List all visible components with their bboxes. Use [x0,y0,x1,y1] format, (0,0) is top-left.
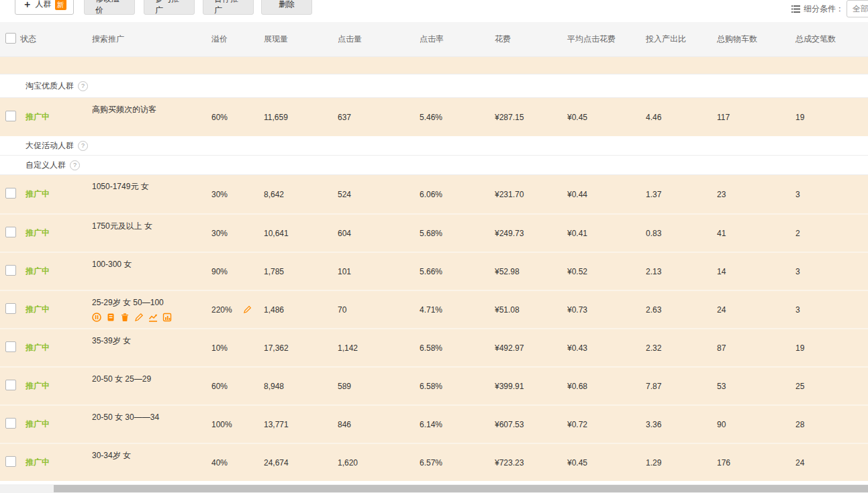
roi-value: 7.87 [646,382,717,391]
order-count-value: 3 [795,190,868,199]
log-icon[interactable] [106,313,115,322]
edit-premium-icon[interactable] [243,305,252,314]
line-chart-icon[interactable] [148,313,158,322]
help-icon[interactable]: ? [78,81,88,91]
cart-count-value: 87 [717,343,795,353]
cost-value: ¥287.15 [495,113,567,122]
row-checkbox[interactable] [5,227,16,237]
row-checkbox[interactable] [5,341,16,352]
order-count-value: 19 [795,343,868,353]
horizontal-scrollbar[interactable] [0,484,868,493]
cost-value: ¥363.10 [495,57,567,58]
table-row: 推广中60%11,6596375.46%¥287.15¥0.454.461171… [0,98,868,136]
status-badge: 推广中 [20,266,92,277]
column-header-1: 状态 [20,34,92,45]
cost-value: ¥52.98 [495,267,567,276]
order-count-value: 28 [795,420,868,429]
row-checkbox[interactable] [5,303,16,314]
impressions-value: 17,362 [264,343,338,353]
impressions-value: 11,312 [264,57,338,58]
impressions-value: 8,642 [264,190,338,199]
select-all-checkbox[interactable] [5,33,16,44]
help-icon[interactable]: ? [78,141,88,151]
help-icon[interactable]: ? [70,160,80,170]
roi-value: 2.63 [646,305,717,315]
ctr-value: 6.58% [420,382,495,391]
row-checkbox[interactable] [5,418,16,429]
roi-value: 1.37 [646,190,717,199]
ctr-value: 6.57% [420,458,495,468]
clicks-value: 538 [338,57,420,58]
pause-icon[interactable] [92,313,101,322]
row-action-icons [92,313,172,322]
add-audience-button[interactable]: ＋ 人群 新 [15,0,74,15]
avg-click-cost-value: ¥0.68 [567,382,646,391]
column-header-6: 点击率 [420,34,495,45]
section-label: 淘宝优质人群 [26,80,74,92]
order-count-value: 2 [795,229,868,238]
clicks-value: 846 [338,420,420,429]
roi-value: 114.36 [646,57,717,58]
scrollbar-thumb[interactable] [54,485,868,492]
premium-value: 200% [211,57,232,58]
premium-value: 60% [211,382,228,391]
section-label: 自定义人群 [26,160,66,171]
clicks-value: 101 [338,267,420,276]
premium-value: 30% [211,190,228,199]
audience-name: 30-34岁 女 [92,450,131,461]
status-badge: 推广中 [20,419,92,430]
cost-value: ¥249.73 [495,229,567,238]
clicks-value: 1,142 [338,343,420,353]
impressions-value: 1,486 [264,305,338,315]
audience-promotion-page: ＋ 人群 新 修改溢价参与推广暂停推广删除 细分条件： 全部 状态搜索推广溢价展… [0,0,868,493]
roi-value: 2.13 [646,267,717,276]
toolbar-button-2[interactable]: 参与推广 [144,0,195,15]
audience-name: 1750元及以上 女 [92,221,152,232]
segment-filter-select[interactable]: 全部 [847,0,868,17]
row-checkbox[interactable] [5,456,16,467]
cart-count-value: 23 [717,190,795,199]
cart-count-value: 176 [717,458,795,468]
column-header-2: 搜索推广 [92,34,211,45]
ctr-value: 5.68% [420,229,495,238]
premium-value: 220% [211,305,232,315]
row-checkbox[interactable] [5,188,16,199]
impressions-value: 8,948 [264,382,338,391]
add-audience-label: 人群 [36,0,52,10]
row-checkbox[interactable] [5,111,16,121]
toolbar-button-3[interactable]: 暂停推广 [203,0,254,15]
premium-value: 90% [211,267,228,276]
order-count-value: 432 [795,57,868,58]
segment-filter-value: 全部 [853,3,868,15]
plus-icon: ＋ [23,0,32,11]
edit-icon[interactable] [134,313,144,322]
status-badge: 推广中 [20,188,92,200]
row-checkbox[interactable] [5,380,16,390]
table-row: 推广中90%1,7851015.66%¥52.98¥0.522.13143100… [0,252,868,290]
cart-count-value: 53 [717,382,795,391]
column-header-11: 总成交笔数 [795,34,868,45]
audience-name: 20-50 女 30——34 [92,412,159,423]
table-row: 推广中40%24,6741,6206.57%¥723.23¥0.451.2917… [0,443,868,481]
audience-name: 35-39岁 女 [92,335,131,347]
column-header-8: 平均点击花费 [567,34,646,45]
premium-value: 40% [211,458,228,468]
avg-click-cost-value: ¥0.72 [567,420,646,429]
status-badge: 推广中 [20,342,92,353]
clicks-value: 1,620 [338,458,420,468]
column-header-4: 展现量 [264,34,338,45]
row-checkbox[interactable] [5,265,16,276]
delete-icon[interactable] [120,313,130,322]
ctr-value: 5.66% [420,267,495,276]
bar-chart-icon[interactable] [162,313,172,322]
column-header-9: 投入产出比 [646,34,717,45]
toolbar-button-4[interactable]: 删除 [261,0,312,15]
ctr-value: 5.46% [420,113,495,122]
audience-name: 100-300 女 [92,259,132,270]
clicks-value: 604 [338,229,420,238]
order-count-value: 3 [795,267,868,276]
toolbar-button-1[interactable]: 修改溢价 [84,0,135,15]
order-count-value: 3 [795,305,868,315]
ctr-value: 4.71% [420,305,495,315]
audience-name: 25-29岁 女 50—100 [92,297,164,309]
